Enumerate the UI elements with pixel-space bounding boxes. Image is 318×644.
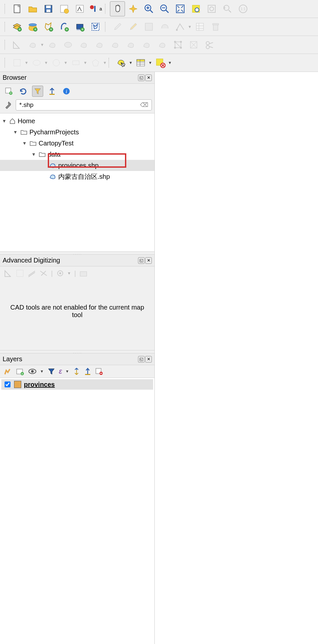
new-print-layout-button[interactable] — [57, 1, 72, 16]
layer-item[interactable]: provinces — [1, 379, 153, 390]
polygon-tool-button[interactable] — [68, 55, 83, 70]
topo-node-button[interactable] — [170, 37, 186, 52]
new-project-button[interactable] — [9, 1, 25, 16]
add-layer-button[interactable]: + — [3, 86, 14, 97]
delete-selected-button[interactable] — [208, 19, 223, 34]
select-by-value-button[interactable] — [133, 55, 148, 70]
dropdown-arrow-icon[interactable]: ▼ — [188, 25, 192, 29]
expression-filter-icon[interactable]: ε — [59, 367, 62, 376]
tree-item-folder[interactable]: ▼ data — [0, 149, 154, 160]
remove-layer-icon[interactable] — [95, 368, 103, 375]
dropdown-arrow-icon[interactable]: ▼ — [40, 42, 44, 47]
expand-toggle[interactable]: ▼ — [22, 141, 27, 146]
zoom-native-button[interactable]: 1:1 — [236, 1, 251, 16]
collapse-all-button[interactable] — [46, 86, 58, 97]
new-virtual-button[interactable] — [88, 19, 103, 34]
zoom-last-button[interactable] — [220, 1, 235, 16]
zoom-to-selection-button[interactable] — [188, 1, 203, 16]
expand-toggle[interactable]: ▼ — [1, 118, 7, 124]
clear-filter-icon[interactable]: ⌫ — [140, 101, 148, 109]
circle-tool-button[interactable] — [9, 55, 25, 70]
filter-button[interactable] — [32, 86, 43, 97]
shape-digitize-2[interactable] — [45, 37, 60, 52]
panel-float-button[interactable]: ◱ — [138, 257, 145, 264]
tree-item-shp[interactable]: 内蒙古自治区.shp — [0, 171, 154, 182]
expand-toggle[interactable]: ▼ — [12, 129, 18, 135]
shape-digitize-6[interactable] — [108, 37, 123, 52]
add-group-icon[interactable]: + — [16, 367, 24, 376]
dropdown-arrow-icon[interactable]: ▼ — [64, 60, 68, 65]
shape-digitize-7[interactable] — [123, 37, 138, 52]
select-features-button[interactable] — [114, 55, 129, 70]
filter-legend-icon[interactable] — [48, 368, 55, 375]
properties-button[interactable]: i — [61, 86, 72, 97]
tree-item-shp-selected[interactable]: provinces.shp — [0, 160, 154, 171]
annotation-button[interactable]: a — [88, 1, 103, 16]
zoom-in-button[interactable] — [141, 1, 156, 16]
edit-toggle-button[interactable] — [110, 19, 125, 34]
zoom-out-button[interactable] — [157, 1, 172, 16]
topo-snap-button[interactable] — [186, 37, 201, 52]
dropdown-arrow-icon[interactable]: ▼ — [168, 60, 172, 65]
pan-map-button[interactable] — [110, 1, 125, 16]
shape-digitize-3[interactable] — [61, 37, 76, 52]
dropdown-arrow-icon[interactable]: ▼ — [65, 369, 69, 374]
panel-float-button[interactable]: ◱ — [138, 356, 145, 363]
zoom-full-button[interactable] — [173, 1, 188, 16]
new-geopackage-button[interactable]: + — [25, 19, 40, 34]
wrench-icon[interactable] — [3, 99, 14, 110]
panel-float-button[interactable]: ◱ — [138, 75, 145, 81]
rectangle-tool-button[interactable] — [49, 55, 64, 70]
split-parts-button[interactable] — [202, 37, 217, 52]
dropdown-arrow-icon[interactable]: ▼ — [83, 60, 87, 65]
shape-digitize-5[interactable] — [92, 37, 107, 52]
expand-all-icon[interactable] — [73, 367, 80, 375]
panel-close-button[interactable]: ✕ — [145, 356, 152, 363]
dropdown-arrow-icon[interactable]: ▼ — [148, 60, 152, 65]
modify-attributes-button[interactable] — [192, 19, 207, 34]
dropdown-arrow-icon[interactable]: ▼ — [103, 60, 107, 65]
shape-digitize-8[interactable] — [139, 37, 154, 52]
regular-polygon-button[interactable] — [88, 55, 103, 70]
open-project-button[interactable] — [25, 1, 40, 16]
panel-splitter[interactable]: . . . . . — [0, 251, 154, 255]
collapse-all-icon[interactable] — [84, 367, 91, 375]
browser-tree[interactable]: ▼ Home ▼ PycharmProjects ▼ CartopyTest ▼… — [0, 113, 154, 251]
expand-toggle[interactable]: ▼ — [31, 152, 37, 157]
edit-pencil-button[interactable] — [126, 19, 141, 34]
tree-item-folder[interactable]: ▼ CartopyTest — [0, 138, 154, 149]
save-edits-button[interactable] — [141, 19, 156, 34]
layer-visibility-checkbox[interactable] — [5, 381, 10, 387]
add-feature-button[interactable] — [157, 19, 172, 34]
zoom-to-layer-button[interactable] — [204, 1, 219, 16]
cad-enable-button[interactable] — [9, 37, 25, 52]
new-spatialite-button[interactable]: + — [57, 19, 72, 34]
shape-digitize-9[interactable] — [155, 37, 170, 52]
deselect-all-button[interactable] — [153, 55, 168, 70]
new-shapefile-button[interactable]: + — [41, 19, 56, 34]
style-layer-icon[interactable] — [3, 367, 12, 376]
shape-digitize-1[interactable] — [25, 37, 40, 52]
ellipse-tool-button[interactable] — [29, 55, 44, 70]
save-project-button[interactable] — [41, 1, 56, 16]
dropdown-arrow-icon[interactable]: ▼ — [44, 60, 48, 65]
tree-item-folder[interactable]: ▼ PycharmProjects — [0, 127, 154, 138]
dropdown-arrow-icon[interactable]: ▼ — [40, 369, 44, 374]
shape-digitize-4[interactable] — [76, 37, 91, 52]
pan-to-selection-button[interactable] — [126, 1, 141, 16]
map-canvas[interactable] — [155, 72, 318, 644]
panel-close-button[interactable]: ✕ — [145, 257, 152, 264]
new-memory-button[interactable]: + — [72, 19, 87, 34]
layers-list[interactable]: provinces — [0, 378, 154, 644]
panel-splitter[interactable]: . . . . . — [0, 350, 154, 353]
data-source-manager-button[interactable]: + — [9, 19, 25, 34]
refresh-button[interactable] — [18, 86, 29, 97]
visibility-icon[interactable] — [28, 368, 37, 375]
vertex-tool-button[interactable] — [173, 19, 188, 34]
tree-item-home[interactable]: ▼ Home — [0, 115, 154, 127]
panel-close-button[interactable]: ✕ — [145, 75, 152, 81]
dropdown-arrow-icon[interactable]: ▼ — [129, 60, 132, 65]
dropdown-arrow-icon[interactable]: ▼ — [25, 60, 28, 65]
style-manager-button[interactable] — [72, 1, 87, 16]
filter-input[interactable]: *.shp ⌫ — [16, 99, 152, 110]
